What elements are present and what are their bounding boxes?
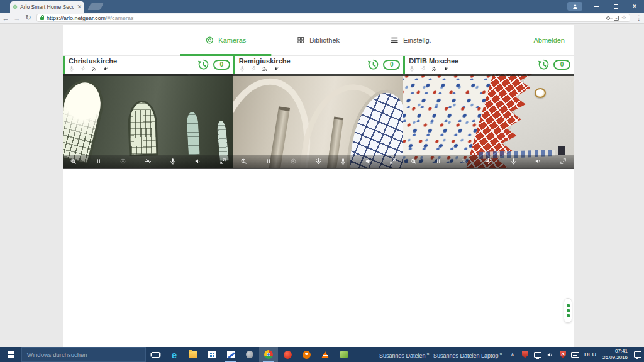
url-text: https://arlo.netgear.com/#/cameras [47,15,604,21]
microphone-icon[interactable] [510,158,517,165]
red-app-icon [284,351,292,359]
toolbar-label: Susannes Dateien Laptop [433,353,499,359]
speaker-icon[interactable] [365,158,372,165]
fullscreen-icon[interactable] [389,158,396,165]
event-count-badge[interactable]: 0 [213,60,230,70]
blender-icon [303,351,311,359]
minimize-button[interactable] [587,0,606,13]
settings-menu-icon [390,36,399,45]
record-icon[interactable] [119,158,126,165]
touch-keyboard-button[interactable] [569,352,582,358]
gdata-tray-button[interactable]: G [557,351,569,358]
speaker-icon[interactable] [535,158,541,165]
camera-panel-christuskirche: Christuskirche 0 [63,56,233,169]
green-app-button[interactable] [335,347,353,362]
tab-label: Bibliothek [309,36,340,44]
history-button[interactable] [197,58,210,71]
brightness-icon[interactable] [315,158,322,165]
hidden-icons-button[interactable]: ∧ [506,352,519,358]
antivirus-tray-button[interactable] [519,351,531,358]
tab-close-icon[interactable]: ✕ [77,4,82,10]
tab-kameras[interactable]: Kameras [180,25,271,55]
tab-label: Einstellg. [403,36,431,44]
camera-header: Christuskirche 0 [63,56,233,74]
signal-strength-icon [431,65,438,72]
bookmark-star-icon[interactable]: ☆ [621,15,626,21]
network-tray-button[interactable] [531,352,544,358]
camera-panel-ditib-moschee: DITIB Moschee 0 [403,56,574,169]
camera-video-christuskirche [63,74,233,168]
language-indicator[interactable]: DEU [582,351,599,358]
password-key-icon[interactable] [606,16,611,21]
screen: Arlo Smart Home Securi ✕ ✕ ← → ↻ https:/… [0,0,644,362]
zoom-in-icon[interactable] [410,158,417,165]
action-center-icon [634,351,641,358]
shield-icon [522,351,528,358]
edge-button[interactable]: e [165,347,184,362]
tab-bibliothek[interactable]: Bibliothek [271,25,365,55]
red-app-button[interactable] [278,347,297,362]
tab-einstellungen[interactable]: Einstellg. [365,25,457,55]
signal-strength-icon [91,65,97,72]
microphone-icon[interactable] [169,158,176,165]
pause-icon[interactable] [95,158,102,165]
store-button[interactable] [203,347,221,362]
back-button[interactable]: ← [0,14,11,22]
record-icon[interactable] [290,158,297,165]
toolbar-chevron-icon[interactable]: » [426,351,429,357]
start-button[interactable] [0,347,21,362]
arlo-favicon-icon [13,4,18,9]
taskbar-search-input[interactable]: Windows durchsuchen [21,347,146,362]
address-bar[interactable]: https://arlo.netgear.com/#/cameras a ☆ [36,14,630,22]
fullscreen-icon[interactable] [560,158,567,165]
camera-feed[interactable] [233,74,404,169]
editor-app-button[interactable] [221,347,240,362]
maximize-button[interactable] [606,0,625,13]
task-view-button[interactable] [146,347,165,362]
brightness-icon[interactable] [145,158,152,165]
toolbar-chevron-icon[interactable]: » [499,351,502,357]
app-navigation: Kameras Bibliothek Einstellg. Abmelden [63,25,574,56]
browser-menu-icon[interactable]: ⋮ [634,14,644,21]
event-count-badge[interactable]: 0 [383,60,400,70]
pause-icon[interactable] [435,158,442,165]
logout-link[interactable]: Abmelden [533,25,565,55]
event-count-badge[interactable]: 0 [553,60,570,70]
action-center-button[interactable] [631,351,644,358]
taskbar-clock[interactable]: 07:41 26.09.2016 [599,348,631,361]
browser-tab[interactable]: Arlo Smart Home Securi ✕ [10,1,84,13]
toolbar-susannes-dateien-laptop[interactable]: Susannes Dateien Laptop » [433,350,502,359]
camera-feed[interactable] [403,74,574,169]
pause-icon[interactable] [265,158,272,165]
zoom-in-icon[interactable] [70,158,77,165]
file-explorer-button[interactable] [184,347,203,362]
volume-tray-button[interactable] [544,351,557,358]
chrome-button[interactable] [259,347,278,362]
library-grid-icon [296,36,305,45]
speaker-icon[interactable] [194,158,201,165]
zoom-in-icon[interactable] [240,158,247,165]
history-button[interactable] [537,58,550,71]
brightness-icon[interactable] [485,158,492,165]
camera-header: DITIB Moschee 0 [403,56,574,74]
speaker-icon [546,351,554,358]
history-button[interactable] [367,58,380,71]
translate-icon[interactable]: a [614,16,619,21]
power-plug-icon [443,65,449,72]
reload-button[interactable]: ↻ [23,14,34,22]
toolbar-susannes-dateien[interactable]: Susannes Dateien » [379,350,430,359]
vlc-button[interactable] [316,347,335,362]
feedback-handle[interactable] [564,298,572,323]
display-network-icon [534,352,541,358]
video-controls [63,155,233,168]
browser-profile-icon[interactable] [567,2,582,11]
gray-app-button[interactable] [240,347,259,362]
new-tab-button[interactable] [87,3,104,10]
forward-button[interactable]: → [11,14,23,22]
camera-feed[interactable] [63,74,233,169]
close-button[interactable]: ✕ [625,0,644,13]
microphone-icon[interactable] [340,158,347,165]
fullscreen-icon[interactable] [219,158,226,165]
blender-button[interactable] [297,347,316,362]
record-icon[interactable] [460,158,467,165]
